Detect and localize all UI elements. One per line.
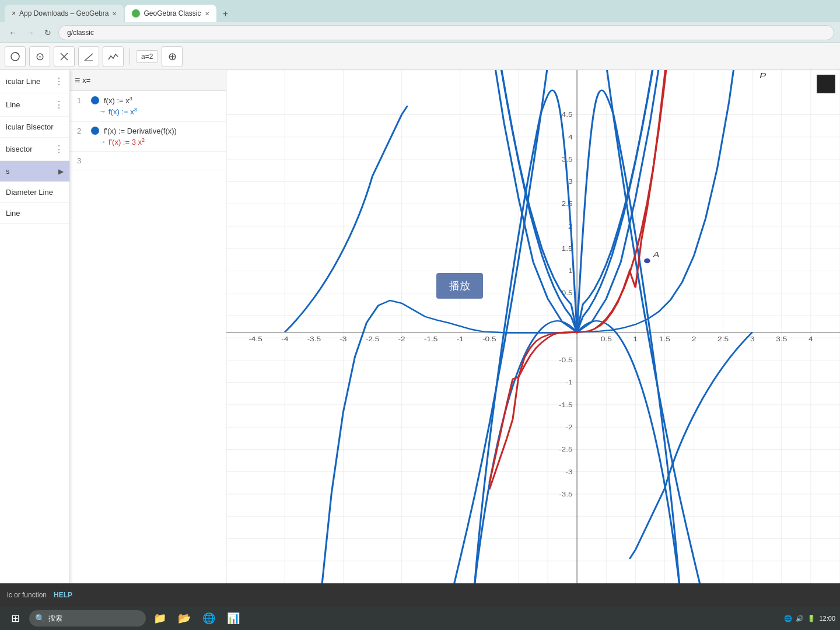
algebra-menu-icon[interactable]: ≡: [75, 75, 80, 86]
tab2-close[interactable]: ✕: [205, 10, 209, 17]
svg-text:-1.5: -1.5: [559, 401, 573, 408]
algebra-entry-1: 1 f(x) := x3 → f(x) := x3: [70, 91, 226, 122]
play-button[interactable]: 播放: [436, 273, 483, 299]
tray-clock: 12:00: [819, 615, 835, 622]
taskbar-chrome-icon[interactable]: 🌐: [198, 608, 219, 629]
svg-text:4: 4: [568, 134, 573, 141]
taskbar: ⊞ 🔍 搜索 📁 📂 🌐 📊 🌐 🔊 🔋 12:00: [0, 607, 840, 630]
tray-battery[interactable]: 🔋: [807, 615, 816, 622]
point-tool[interactable]: ⊙: [29, 46, 50, 67]
slider-label[interactable]: a=2: [136, 50, 158, 63]
function-inspector-tool[interactable]: [103, 46, 124, 67]
new-tab-button[interactable]: +: [218, 6, 234, 22]
tab-app-downloads[interactable]: × App Downloads – GeoGebra ✕: [5, 5, 124, 22]
hint-bar: ic or function HELP: [0, 583, 840, 607]
left-dropdown-menu: icular Line ⋮ Line ⋮ icular Bisector bis…: [0, 70, 70, 583]
svg-text:2.5: 2.5: [561, 201, 572, 208]
taskbar-search[interactable]: 🔍 搜索: [29, 610, 146, 626]
entry1-dot[interactable]: [91, 96, 99, 104]
algebra-entry-3: 3: [70, 152, 226, 170]
tab-geogebra-classic[interactable]: GeoGebra Classic ✕: [125, 5, 216, 22]
svg-text:2.5: 2.5: [718, 335, 729, 342]
svg-text:1.5: 1.5: [659, 335, 670, 342]
menu-item-bisector[interactable]: bisector ⋮: [0, 138, 69, 161]
tab2-favicon: [132, 9, 140, 18]
svg-text:-2.5: -2.5: [366, 335, 380, 342]
svg-text:3: 3: [750, 335, 755, 342]
start-button[interactable]: ⊞: [5, 608, 26, 629]
svg-text:-3.5: -3.5: [559, 491, 573, 498]
app-toolbar: ⊙ a=2 ⊕: [0, 43, 840, 70]
menu-item-s[interactable]: s ▶: [0, 161, 69, 182]
nav-back[interactable]: ←: [6, 26, 20, 40]
search-icon: 🔍: [35, 614, 45, 623]
address-text: g/classic: [67, 29, 94, 37]
entry2-derived: f'(x) := 3 x2: [108, 137, 145, 146]
algebra-panel: ≡ x= 1 f(x) := x3 → f(x) := x3 2: [70, 70, 226, 583]
taskbar-app-icon[interactable]: 📊: [223, 608, 244, 629]
menu-item-perp-bisector[interactable]: icular Bisector: [0, 117, 69, 138]
svg-text:3.5: 3.5: [561, 156, 572, 163]
svg-text:-3: -3: [340, 335, 346, 342]
tray-network[interactable]: 🌐: [784, 615, 792, 622]
taskbar-file-icon[interactable]: 📁: [149, 608, 170, 629]
menu-arrow-5: ▶: [58, 167, 64, 176]
intersect-tool[interactable]: [54, 46, 75, 67]
entry1-num: 1: [77, 96, 86, 105]
svg-text:0.5: 0.5: [601, 335, 612, 342]
svg-text:4: 4: [808, 335, 813, 342]
svg-text:1.5: 1.5: [561, 245, 572, 252]
entry2-formula: f'(x) := Derivative(f(x)): [104, 127, 177, 135]
point-p-label: P: [760, 72, 766, 80]
address-bar[interactable]: g/classic: [58, 25, 834, 40]
menu-item-tangent-line[interactable]: Line: [0, 203, 69, 224]
svg-text:-2: -2: [398, 335, 405, 342]
svg-text:2: 2: [692, 335, 696, 342]
taskbar-folder-icon[interactable]: 📂: [174, 608, 195, 629]
svg-text:3: 3: [568, 178, 573, 186]
tab2-title: GeoGebra Classic: [144, 9, 201, 18]
nav-forward[interactable]: →: [23, 26, 37, 40]
toolbar-separator-1: [130, 48, 130, 65]
svg-text:-1: -1: [565, 379, 572, 386]
entry1-arrow: →: [99, 107, 106, 116]
tab1-title: App Downloads – GeoGebra: [19, 9, 108, 18]
black-square-tool[interactable]: [817, 75, 835, 93]
entry2-arrow: →: [99, 138, 106, 146]
point-a[interactable]: [643, 258, 651, 264]
search-label: 搜索: [48, 614, 62, 624]
svg-text:-4.5: -4.5: [249, 335, 262, 342]
system-tray: 🌐 🔊 🔋 12:00: [784, 615, 835, 622]
svg-text:-2: -2: [565, 424, 572, 431]
svg-text:-3.5: -3.5: [307, 335, 321, 342]
slope-tool[interactable]: [78, 46, 99, 67]
algebra-header: ≡ x=: [70, 70, 226, 91]
rotate-view-tool[interactable]: [5, 46, 26, 67]
svg-text:-4: -4: [281, 335, 288, 342]
svg-text:-3: -3: [565, 468, 572, 475]
svg-text:-2.5: -2.5: [559, 446, 573, 453]
menu-item-diameter[interactable]: Diameter Line: [0, 182, 69, 203]
svg-text:3.5: 3.5: [776, 335, 787, 342]
svg-text:-0.5: -0.5: [559, 357, 573, 364]
move-tool[interactable]: ⊕: [162, 46, 183, 67]
menu-item-perpendicular-line[interactable]: icular Line ⋮: [0, 70, 69, 93]
svg-text:-1.5: -1.5: [424, 335, 438, 342]
menu-dots-2: ⋮: [54, 99, 64, 110]
point-a-label: A: [652, 251, 659, 259]
help-button[interactable]: HELP: [54, 591, 72, 599]
tab1-close[interactable]: ✕: [112, 10, 117, 17]
svg-text:-0.5: -0.5: [482, 335, 496, 342]
entry1-derived: f(x) := x3: [108, 107, 137, 116]
graph-toolbar-right: [817, 75, 835, 93]
svg-line-3: [85, 54, 93, 61]
svg-text:-1: -1: [457, 335, 464, 342]
entry1-formula: f(x) := x3: [104, 96, 132, 105]
svg-text:1: 1: [568, 268, 573, 275]
nav-refresh[interactable]: ↻: [41, 26, 55, 40]
algebra-entry-2: 2 f'(x) := Derivative(f(x)) → f'(x) := 3…: [70, 122, 226, 152]
tray-volume[interactable]: 🔊: [796, 615, 804, 622]
entry2-dot[interactable]: [91, 127, 99, 135]
menu-item-line[interactable]: Line ⋮: [0, 93, 69, 117]
menu-dots-4: ⋮: [54, 144, 64, 155]
